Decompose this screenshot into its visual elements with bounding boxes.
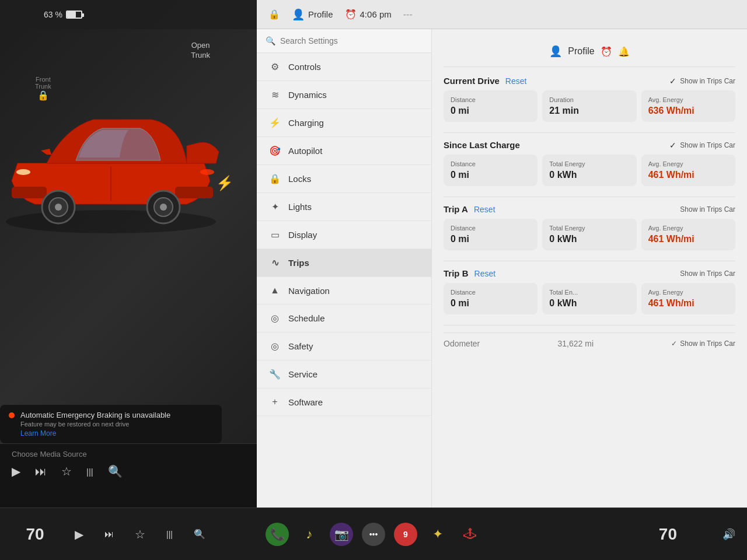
current-drive-energy-label: Avg. Energy bbox=[648, 96, 728, 103]
taskbar-apps: 📞 ♪ 📷 ••• 9 ✦ 🕹 bbox=[266, 523, 481, 546]
taskbar-equalizer-button[interactable]: ||| bbox=[162, 525, 177, 544]
since-last-charge-avg-card: Avg. Energy 461 Wh/mi bbox=[641, 155, 735, 186]
navigation-label: Navigation bbox=[288, 286, 330, 296]
svg-point-0 bbox=[6, 210, 216, 233]
odometer-show-checkbox[interactable]: ✓ Show in Trips Car bbox=[671, 340, 735, 348]
taskbar-music-app[interactable]: ♪ bbox=[298, 523, 321, 546]
taskbar-dots-app[interactable]: ••• bbox=[362, 523, 385, 546]
trip-b-header: Trip B Reset Show in Trips Car bbox=[444, 268, 735, 278]
taskbar-volume-button[interactable]: 🔊 bbox=[722, 528, 735, 541]
sidebar-item-charging[interactable]: ⚡ Charging bbox=[257, 109, 431, 137]
current-drive-stats: Distance 0 mi Duration 21 min Avg. Energ… bbox=[444, 90, 735, 122]
top-bar: 🔒 👤 Profile ⏰ 4:06 pm --- bbox=[257, 0, 747, 29]
favorite-button[interactable]: ☆ bbox=[61, 464, 72, 478]
lock-icon-car: 🔒 bbox=[35, 90, 51, 101]
sidebar-item-navigation[interactable]: ▲ Navigation bbox=[257, 277, 431, 304]
taskbar-search-button[interactable]: 🔍 bbox=[189, 524, 210, 544]
taskbar-gem-app[interactable]: ✦ bbox=[426, 523, 449, 546]
media-controls: ▶ ⏭ ☆ ||| 🔍 bbox=[12, 464, 245, 478]
content-clock-icon: ⏰ bbox=[601, 46, 612, 57]
taskbar-controller-app[interactable]: 🕹 bbox=[458, 523, 481, 546]
charging-icon: ⚡ bbox=[268, 117, 281, 128]
svg-rect-1 bbox=[12, 187, 47, 198]
current-drive-reset[interactable]: Reset bbox=[505, 76, 527, 86]
since-last-charge-show-label: Show in Trips Car bbox=[680, 141, 735, 149]
screen: 63 % bbox=[0, 0, 747, 560]
left-top-bar: 63 % bbox=[0, 0, 257, 29]
trip-a-avg-card: Avg. Energy 461 Wh/mi bbox=[641, 219, 735, 250]
software-icon: + bbox=[268, 397, 281, 407]
svg-point-8 bbox=[160, 204, 167, 211]
odometer-row: Odometer 31,622 mi ✓ Show in Trips Car bbox=[444, 332, 735, 354]
taskbar-phone-app[interactable]: 📞 bbox=[266, 523, 289, 546]
trip-a-reset[interactable]: Reset bbox=[474, 205, 495, 214]
search-input[interactable] bbox=[280, 36, 423, 46]
taskbar-calendar-app[interactable]: 9 bbox=[394, 523, 417, 546]
trip-a-checkbox[interactable]: Show in Trips Car bbox=[680, 205, 735, 214]
time-display: ⏰ 4:06 pm bbox=[345, 9, 392, 20]
trip-b-avg-value: 461 Wh/mi bbox=[648, 298, 728, 309]
controls-icon: ⚙ bbox=[268, 61, 281, 72]
play-button[interactable]: ▶ bbox=[12, 464, 20, 478]
warning-title: Automatic Emergency Braking is unavailab… bbox=[20, 411, 213, 419]
trip-a-total-energy-label: Total Energy bbox=[549, 225, 629, 232]
service-label: Service bbox=[288, 369, 317, 379]
trip-b-avg-label: Avg. Energy bbox=[648, 289, 728, 296]
trips-icon: ∿ bbox=[268, 257, 281, 268]
search-media-button[interactable]: 🔍 bbox=[108, 464, 123, 478]
taskbar-next-button[interactable]: ⏭ bbox=[100, 524, 118, 544]
sidebar-item-trips[interactable]: ∿ Trips bbox=[257, 249, 431, 277]
profile-button[interactable]: 👤 Profile bbox=[292, 8, 333, 21]
front-trunk[interactable]: FrontTrunk 🔒 bbox=[35, 76, 51, 101]
taskbar-play-button[interactable]: ▶ bbox=[70, 523, 88, 546]
since-last-charge-stats: Distance 0 mi Total Energy 0 kWh Avg. En… bbox=[444, 155, 735, 186]
trip-a-total-energy-card: Total Energy 0 kWh bbox=[542, 219, 636, 250]
sidebar-item-autopilot[interactable]: 🎯 Autopilot bbox=[257, 137, 431, 165]
current-drive-energy-value: 636 Wh/mi bbox=[648, 106, 728, 116]
sidebar-item-service[interactable]: 🔧 Service bbox=[257, 360, 431, 388]
next-button[interactable]: ⏭ bbox=[35, 465, 47, 478]
current-drive-energy-card: Avg. Energy 636 Wh/mi bbox=[641, 90, 735, 122]
lights-label: Lights bbox=[288, 202, 312, 212]
battery-percent: 63 % bbox=[44, 10, 62, 19]
current-drive-checkmark: ✓ bbox=[669, 76, 676, 86]
sidebar-item-safety[interactable]: ◎ Safety bbox=[257, 332, 431, 360]
trip-a-show-label: Show in Trips Car bbox=[680, 205, 735, 214]
content-bell-icon: 🔔 bbox=[618, 46, 630, 57]
sidebar-item-dynamics[interactable]: ≋ Dynamics bbox=[257, 81, 431, 109]
since-last-charge-checkbox[interactable]: ✓ Show in Trips Car bbox=[669, 141, 735, 150]
lightning-icon: ⚡ bbox=[216, 175, 233, 191]
navigation-icon: ▲ bbox=[268, 285, 281, 296]
sidebar-item-lights[interactable]: ✦ Lights bbox=[257, 193, 431, 221]
current-drive-duration-card: Duration 21 min bbox=[542, 90, 636, 122]
equalizer-button[interactable]: ||| bbox=[86, 467, 93, 477]
current-drive-show-checkbox[interactable]: ✓ Show in Trips Car bbox=[669, 76, 735, 86]
divider-4 bbox=[444, 325, 735, 326]
trip-b-checkbox[interactable]: Show in Trips Car bbox=[680, 270, 735, 278]
sidebar-item-locks[interactable]: 🔒 Locks bbox=[257, 165, 431, 193]
sidebar-item-schedule[interactable]: ◎ Schedule bbox=[257, 304, 431, 332]
right-speed-display: 70 bbox=[659, 525, 677, 544]
taskbar-favorite-button[interactable]: ☆ bbox=[130, 523, 150, 546]
open-trunk-button[interactable]: OpenTrunk bbox=[191, 41, 210, 61]
content-profile-header: 👤 Profile ⏰ 🔔 bbox=[444, 38, 735, 67]
open-trunk-label: OpenTrunk bbox=[191, 41, 210, 61]
current-drive-duration-value: 21 min bbox=[549, 106, 629, 116]
media-section: Choose Media Source ▶ ⏭ ☆ ||| 🔍 bbox=[0, 443, 257, 508]
since-last-charge-avg-label: Avg. Energy bbox=[648, 160, 728, 167]
taskbar-camera-app[interactable]: 📷 bbox=[330, 523, 353, 546]
sidebar-item-software[interactable]: + Software bbox=[257, 388, 431, 416]
choose-media-source[interactable]: Choose Media Source bbox=[12, 450, 245, 459]
warning-content: Automatic Emergency Braking is unavailab… bbox=[20, 411, 213, 438]
sidebar-item-controls[interactable]: ⚙ Controls bbox=[257, 53, 431, 81]
current-drive-section: Current Drive Reset ✓ Show in Trips Car … bbox=[444, 76, 735, 122]
warning-dot bbox=[9, 412, 15, 418]
current-drive-distance-value: 0 mi bbox=[451, 106, 530, 116]
learn-more-button[interactable]: Learn More bbox=[20, 429, 213, 438]
since-last-charge-header: Since Last Charge ✓ Show in Trips Car bbox=[444, 140, 735, 150]
since-last-charge-total-energy-label: Total Energy bbox=[549, 160, 629, 167]
schedule-icon: ◎ bbox=[268, 313, 281, 324]
sidebar-item-display[interactable]: ▭ Display bbox=[257, 221, 431, 249]
clock-icon-topbar: ⏰ bbox=[345, 9, 357, 20]
trip-b-reset[interactable]: Reset bbox=[474, 269, 496, 278]
